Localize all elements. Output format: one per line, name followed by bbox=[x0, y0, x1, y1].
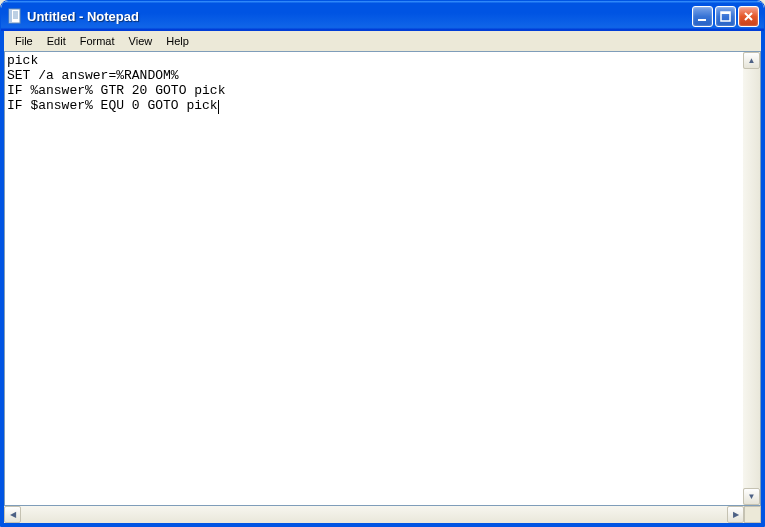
horizontal-scrollbar-row: ◀ ▶ bbox=[4, 506, 761, 523]
chevron-down-icon: ▼ bbox=[748, 493, 756, 501]
editor-content: pick SET /a answer=%RANDOM% IF %answer% … bbox=[7, 53, 225, 113]
menu-view[interactable]: View bbox=[122, 33, 160, 49]
horizontal-scroll-track[interactable] bbox=[21, 506, 727, 523]
svg-rect-6 bbox=[698, 19, 706, 21]
chevron-up-icon: ▲ bbox=[748, 57, 756, 65]
scroll-right-button[interactable]: ▶ bbox=[727, 506, 744, 523]
editor-wrapper: pick SET /a answer=%RANDOM% IF %answer% … bbox=[4, 51, 761, 506]
scroll-up-button[interactable]: ▲ bbox=[743, 52, 760, 69]
menu-help[interactable]: Help bbox=[159, 33, 196, 49]
window-controls bbox=[692, 6, 759, 27]
scroll-left-button[interactable]: ◀ bbox=[4, 506, 21, 523]
text-caret bbox=[218, 100, 219, 114]
menu-file[interactable]: File bbox=[8, 33, 40, 49]
menu-edit[interactable]: Edit bbox=[40, 33, 73, 49]
titlebar[interactable]: Untitled - Notepad bbox=[1, 1, 764, 31]
close-button[interactable] bbox=[738, 6, 759, 27]
text-editor[interactable]: pick SET /a answer=%RANDOM% IF %answer% … bbox=[5, 52, 743, 505]
menubar: File Edit Format View Help bbox=[1, 31, 764, 51]
chevron-right-icon: ▶ bbox=[733, 511, 739, 519]
notepad-window: Untitled - Notepad File Edit Format View… bbox=[0, 0, 765, 527]
horizontal-scrollbar[interactable]: ◀ ▶ bbox=[4, 506, 744, 523]
chevron-left-icon: ◀ bbox=[10, 511, 16, 519]
svg-rect-8 bbox=[721, 12, 730, 14]
svg-rect-1 bbox=[9, 9, 12, 23]
maximize-button[interactable] bbox=[715, 6, 736, 27]
notepad-icon bbox=[7, 8, 23, 24]
minimize-button[interactable] bbox=[692, 6, 713, 27]
vertical-scroll-track[interactable] bbox=[743, 69, 760, 488]
menu-format[interactable]: Format bbox=[73, 33, 122, 49]
window-title: Untitled - Notepad bbox=[27, 9, 692, 24]
scroll-corner bbox=[744, 506, 761, 523]
scroll-down-button[interactable]: ▼ bbox=[743, 488, 760, 505]
client-area: pick SET /a answer=%RANDOM% IF %answer% … bbox=[1, 51, 764, 526]
vertical-scrollbar[interactable]: ▲ ▼ bbox=[743, 52, 760, 505]
